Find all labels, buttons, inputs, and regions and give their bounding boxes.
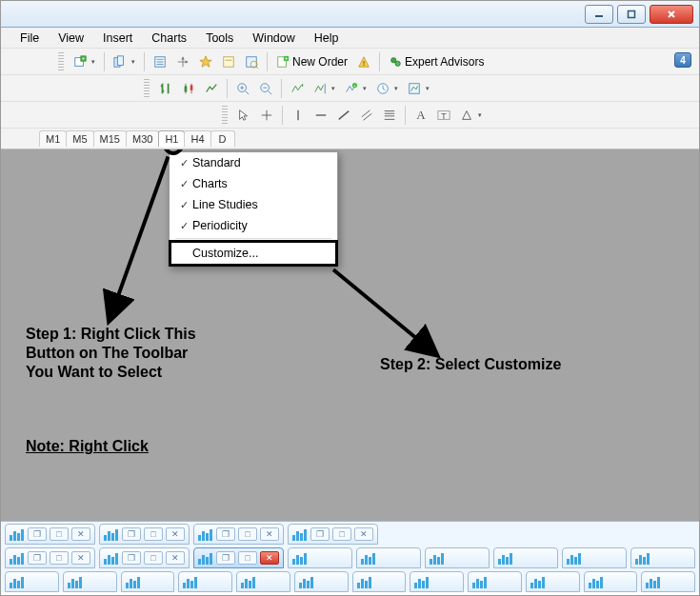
window-restore-icon[interactable]: ❐ <box>122 551 141 565</box>
child-window-tab[interactable] <box>236 571 290 592</box>
toolbar-grip-icon[interactable] <box>58 52 64 71</box>
child-window-tab[interactable] <box>5 571 59 592</box>
window-restore-icon[interactable]: ❐ <box>216 527 235 541</box>
menu-help[interactable]: Help <box>305 29 349 48</box>
window-restore-icon[interactable]: ❐ <box>122 527 141 541</box>
bar-chart-button[interactable] <box>155 78 176 99</box>
context-item-periodicity[interactable]: ✓ Periodicity <box>170 215 337 236</box>
period-tab-m15[interactable]: M15 <box>93 130 127 147</box>
zoom-out-button[interactable] <box>255 78 276 99</box>
child-window-tab[interactable] <box>584 571 638 592</box>
child-window-tab[interactable] <box>526 571 580 592</box>
line-chart-button[interactable] <box>201 78 222 99</box>
child-window-tab[interactable] <box>493 547 558 568</box>
alerts-caution-icon[interactable]: ! <box>353 51 374 72</box>
close-button[interactable] <box>650 5 693 24</box>
period-tab-m30[interactable]: M30 <box>126 130 159 147</box>
child-window-tab[interactable]: ❐ □ ✕ <box>99 547 190 568</box>
child-window-tab[interactable]: ❐ □ ✕ <box>5 547 95 568</box>
context-item-charts[interactable]: ✓ Charts <box>170 173 337 194</box>
window-restore-icon[interactable]: ❐ <box>28 527 47 541</box>
window-maximize-icon[interactable]: □ <box>238 551 257 565</box>
period-tab-h4[interactable]: H4 <box>184 130 210 147</box>
toolbar-grip-icon[interactable] <box>144 79 150 98</box>
window-maximize-icon[interactable]: □ <box>332 527 351 541</box>
window-close-icon[interactable]: ✕ <box>260 527 279 541</box>
child-window-tab[interactable]: ❐ □ ✕ <box>288 524 378 545</box>
auto-scroll-button[interactable] <box>287 78 308 99</box>
period-tab-h1[interactable]: H1 <box>158 130 185 147</box>
maximize-button[interactable] <box>617 5 646 24</box>
window-maximize-icon[interactable]: □ <box>50 551 69 565</box>
window-close-icon[interactable]: ✕ <box>354 527 373 541</box>
fibonacci-button[interactable] <box>379 105 400 126</box>
child-window-tab[interactable] <box>352 571 407 592</box>
child-window-tab[interactable] <box>294 571 349 592</box>
periodicity-button[interactable]: ▾ <box>372 78 402 99</box>
notification-badge[interactable]: 4 <box>674 52 691 68</box>
child-window-tab[interactable] <box>288 547 352 568</box>
menu-view[interactable]: View <box>49 29 93 48</box>
child-window-tab[interactable] <box>121 571 175 592</box>
vertical-line-button[interactable] <box>288 105 309 126</box>
child-window-tab[interactable] <box>178 571 232 592</box>
horizontal-line-button[interactable] <box>310 105 331 126</box>
context-item-line-studies[interactable]: ✓ Line Studies <box>170 194 337 215</box>
child-window-tab[interactable] <box>356 547 421 568</box>
menu-insert[interactable]: Insert <box>93 29 142 48</box>
trendline-button[interactable] <box>333 105 354 126</box>
menu-window[interactable]: Window <box>243 29 304 48</box>
market-watch-button[interactable] <box>150 51 170 72</box>
window-close-icon[interactable]: ✕ <box>260 551 279 565</box>
text-label-button[interactable]: T <box>433 105 454 126</box>
profiles-button[interactable]: ▾ <box>110 51 139 72</box>
chart-shift-button[interactable]: ▾ <box>310 78 339 99</box>
child-window-tab[interactable] <box>630 547 695 568</box>
child-window-tab-active[interactable]: ❐ □ ✕ <box>193 547 284 568</box>
child-window-tab[interactable] <box>63 571 117 592</box>
window-maximize-icon[interactable]: □ <box>144 527 163 541</box>
menu-tools[interactable]: Tools <box>196 29 243 48</box>
window-close-icon[interactable]: ✕ <box>71 551 90 565</box>
channel-button[interactable] <box>356 105 377 126</box>
child-window-tab[interactable]: ❐ □ ✕ <box>5 524 95 545</box>
child-window-tab[interactable] <box>641 571 695 592</box>
strategy-tester-button[interactable] <box>241 51 262 72</box>
period-tab-d[interactable]: D <box>210 130 235 147</box>
indicators-button[interactable]: +▾ <box>341 78 370 99</box>
window-maximize-icon[interactable]: □ <box>238 527 257 541</box>
toolbar-grip-icon[interactable] <box>222 106 228 125</box>
cursor-button[interactable] <box>233 105 254 126</box>
period-tab-m1[interactable]: M1 <box>39 130 67 147</box>
child-window-tab[interactable] <box>562 547 627 568</box>
child-window-tab[interactable] <box>410 571 464 592</box>
window-maximize-icon[interactable]: □ <box>50 527 69 541</box>
period-tab-m5[interactable]: M5 <box>66 130 93 147</box>
window-close-icon[interactable]: ✕ <box>166 527 185 541</box>
child-window-tab[interactable] <box>425 547 490 568</box>
text-button[interactable]: A <box>410 105 431 126</box>
navigator-button[interactable] <box>172 51 193 72</box>
candlestick-button[interactable] <box>178 78 199 99</box>
shapes-button[interactable]: ▾ <box>456 105 486 126</box>
context-item-standard[interactable]: ✓ Standard <box>170 152 337 173</box>
menu-charts[interactable]: Charts <box>142 29 196 48</box>
menu-file[interactable]: File <box>10 29 49 48</box>
window-restore-icon[interactable]: ❐ <box>310 527 330 541</box>
favorites-button[interactable] <box>195 51 216 72</box>
window-restore-icon[interactable]: ❐ <box>28 551 47 565</box>
new-chart-button[interactable]: + ▾ <box>70 51 99 72</box>
zoom-in-button[interactable] <box>232 78 253 99</box>
window-close-icon[interactable]: ✕ <box>71 527 90 541</box>
context-item-customize[interactable]: Customize... <box>170 241 337 266</box>
child-window-tab[interactable] <box>468 571 522 592</box>
expert-advisors-button[interactable]: Expert Advisors <box>385 51 488 72</box>
window-restore-icon[interactable]: ❐ <box>216 551 235 565</box>
data-window-button[interactable] <box>218 51 239 72</box>
new-order-button[interactable]: + New Order <box>272 51 351 72</box>
child-window-tab[interactable]: ❐ □ ✕ <box>99 524 190 545</box>
child-window-tab[interactable]: ❐ □ ✕ <box>193 524 284 545</box>
templates-button[interactable]: ▾ <box>404 78 433 99</box>
window-maximize-icon[interactable]: □ <box>144 551 163 565</box>
crosshair-button[interactable] <box>256 105 277 126</box>
